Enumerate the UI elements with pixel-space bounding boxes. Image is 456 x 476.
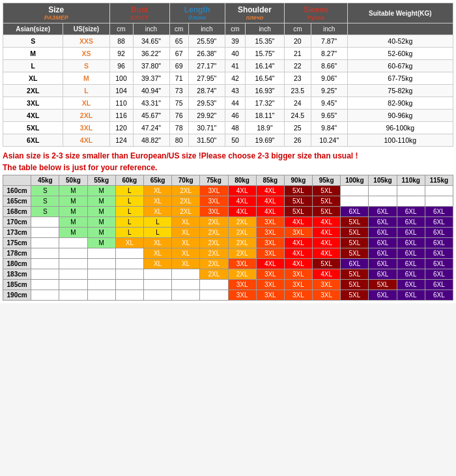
ref-row: 190cm3XL3XL3XL3XL5XL6XL6XL6XL [3, 290, 453, 300]
size-cell [59, 237, 87, 248]
size-cell: 3XL [200, 206, 228, 216]
size-cell: L [115, 216, 143, 227]
len-cm: 75 [169, 97, 188, 110]
size-cell: 4XL [228, 206, 256, 216]
len-cm: 69 [169, 60, 188, 72]
asian-size-subheader: Asian(size) [3, 23, 63, 35]
shoulder-header: Shoulder плечо [225, 3, 284, 23]
slev-cm-subheader: cm [284, 23, 311, 35]
weight: 75-82kg [347, 85, 453, 97]
size-row: 5XL 3XL 120 47.24" 78 30.71" 48 18.9" 25… [3, 122, 453, 134]
size-cell: 3XL [284, 279, 312, 290]
asian-size: XL [3, 72, 63, 85]
size-cell: 2XL [228, 248, 256, 258]
size-cell: 6XL [397, 290, 425, 300]
size-cell: 2XL [228, 227, 256, 237]
size-row: XL M 100 39.37" 71 27.95" 42 16.54" 23 9… [3, 72, 453, 85]
shou-inch: 15.35" [246, 35, 285, 48]
len-inch: 25.59" [188, 35, 225, 48]
size-cell [87, 258, 115, 269]
size-cell [31, 279, 59, 290]
bust-cm: 116 [109, 110, 133, 122]
slev-cm: 21 [284, 48, 311, 60]
size-cell: L [115, 206, 143, 216]
size-cell: M [59, 216, 87, 227]
slev-inch: 8.66" [311, 60, 347, 72]
asian-size: 6XL [3, 134, 63, 147]
size-cell: 6XL [369, 216, 397, 227]
size-cell: 5XL [341, 279, 369, 290]
size-cell [115, 290, 143, 300]
size-cell: 6XL [369, 237, 397, 248]
weight-col-header: 100kg [341, 175, 369, 185]
size-cell [397, 196, 425, 206]
len-inch: 26.38" [188, 48, 225, 60]
size-cell [425, 185, 453, 196]
asian-size: 2XL [3, 85, 63, 97]
size-row: 4XL 2XL 116 45.67" 76 29.92" 46 18.11" 2… [3, 110, 453, 122]
us-size: 3XL [63, 122, 109, 134]
weight: 82-90kg [347, 97, 453, 110]
shou-cm: 39 [225, 35, 245, 48]
size-cell: 4XL [313, 269, 341, 279]
size-cell: 4XL [313, 227, 341, 237]
slev-inch: 7.87" [311, 35, 347, 48]
size-cell: 6XL [425, 248, 453, 258]
note2: The table below is just for your referen… [3, 163, 453, 172]
size-cell [341, 185, 369, 196]
bust-inch-subheader: inch [133, 23, 169, 35]
shou-cm: 42 [225, 72, 245, 85]
bust-cm: 92 [109, 48, 133, 60]
height-cell: 160cm [3, 185, 31, 196]
ref-row: 165cmSMMLXL2XL3XL4XL4XL5XL5XL [3, 196, 453, 206]
weight-col-header: 65kg [143, 175, 171, 185]
weight-col-header: 90kg [284, 175, 312, 185]
shou-cm-subheader: cm [225, 23, 245, 35]
ref-row: 178cmXLXL2XL2XL3XL4XL4XL5XL6XL6XL6XL [3, 248, 453, 258]
size-cell: 4XL [284, 248, 312, 258]
weight: 60-67kg [347, 60, 453, 72]
size-cell: 3XL [256, 237, 284, 248]
height-cell: 183cm [3, 269, 31, 279]
us-size-subheader: US(size) [63, 23, 109, 35]
size-cell: L [115, 196, 143, 206]
sleeve-header: Sleeve Рукав [284, 3, 347, 23]
size-cell: 6XL [369, 206, 397, 216]
size-cell [341, 196, 369, 206]
size-cell: M [87, 227, 115, 237]
size-cell: 6XL [397, 237, 425, 248]
size-cell: 2XL [200, 269, 228, 279]
main-container: Size РАЗМЕР Bust БЮСТ Length длина Shoul… [0, 0, 456, 303]
height-cell: 185cm [3, 279, 31, 290]
size-cell: 4XL [256, 185, 284, 196]
slev-cm: 24 [284, 97, 311, 110]
len-cm: 80 [169, 134, 188, 147]
size-cell: 2XL [200, 216, 228, 227]
size-cell: 2XL [200, 258, 228, 269]
weight-empty-subheader [347, 23, 453, 35]
slev-inch: 9.06" [311, 72, 347, 85]
shou-cm: 48 [225, 122, 245, 134]
bust-cm: 88 [109, 35, 133, 48]
size-cell [31, 227, 59, 237]
size-cell: 5XL [313, 258, 341, 269]
size-cell: S [31, 206, 59, 216]
size-cell: S [31, 196, 59, 206]
size-cell: 4XL [284, 258, 312, 269]
size-cell [115, 279, 143, 290]
weight: 40-52kg [347, 35, 453, 48]
size-row: 2XL L 104 40.94" 73 28.74" 43 16.93" 23.… [3, 85, 453, 97]
size-cell: 2XL [228, 269, 256, 279]
us-size: XL [63, 97, 109, 110]
bust-cm: 104 [109, 85, 133, 97]
size-cell [115, 269, 143, 279]
slev-cm: 20 [284, 35, 311, 48]
size-cell: 6XL [397, 206, 425, 216]
size-cell: XL [143, 206, 171, 216]
len-inch-subheader: inch [188, 23, 225, 35]
size-cell: XL [172, 227, 200, 237]
size-chart-table: Size РАЗМЕР Bust БЮСТ Length длина Shoul… [3, 3, 453, 147]
weight: 67-75kg [347, 72, 453, 85]
size-cell: 5XL [341, 269, 369, 279]
size-cell: L [115, 185, 143, 196]
